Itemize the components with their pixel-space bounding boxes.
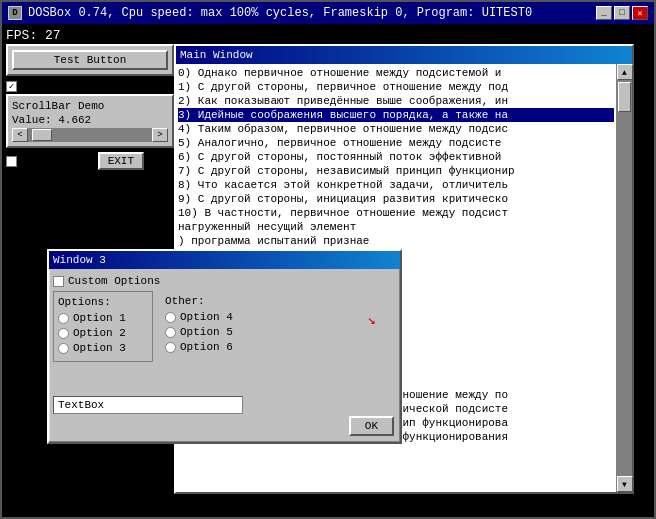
main-scrollbar-vertical[interactable]: ▲ ▼	[616, 64, 632, 492]
option2-row: Option 2	[58, 327, 148, 339]
fps-label: FPS:	[6, 28, 37, 43]
scroll-track-horizontal	[28, 128, 152, 142]
scrollbar-up-button[interactable]: ▲	[617, 64, 633, 80]
ok-btn-area: OK	[349, 416, 394, 436]
text-line: 7) С другой стороны, независимый принцип…	[178, 164, 614, 178]
option6-radio[interactable]	[165, 342, 176, 353]
option3-radio[interactable]	[58, 343, 69, 354]
scroll-left-button[interactable]: <	[12, 128, 28, 142]
scroll-right-button[interactable]: >	[152, 128, 168, 142]
test-button-area: Test Button	[6, 44, 174, 76]
scrollbar-demo-value: Value: 4.662	[12, 114, 168, 126]
exit-row: Exit Button EXIT	[6, 152, 174, 170]
scrollbar-track	[617, 80, 632, 476]
minimize-button[interactable]: _	[596, 6, 612, 20]
option4-radio[interactable]	[165, 312, 176, 323]
scroll-thumb-horizontal[interactable]	[32, 129, 52, 141]
exit-label: Exit Button	[21, 155, 94, 167]
main-window-title: Main Window	[180, 49, 253, 61]
dosbox-titlebar: D DOSBox 0.74, Cpu speed: max 100% cycle…	[2, 2, 654, 24]
text-line: 10) В частности, первичное отношение меж…	[178, 206, 614, 220]
dosbox-shell: D DOSBox 0.74, Cpu speed: max 100% cycle…	[0, 0, 656, 519]
exit-checkbox[interactable]	[6, 156, 17, 167]
option3-row: Option 3	[58, 342, 148, 354]
other-title: Other:	[165, 295, 257, 307]
text-line: 8) Что касается этой конкретной задачи, …	[178, 178, 614, 192]
option1-radio[interactable]	[58, 313, 69, 324]
fps-value: 27	[45, 28, 61, 43]
text-line: ) программа испытаний признае	[178, 234, 614, 248]
text-line: 5) Аналогично, первичное отношение между…	[178, 136, 614, 150]
left-panel: Test Button Window 3 visible ScrollBar D…	[6, 44, 174, 170]
dosbox-content: FPS: 27 Test Button Window 3 visible Scr…	[2, 24, 654, 517]
text-line: 3) Идейные соображения высшего порядка, …	[178, 108, 614, 122]
text-line: 9) С другой стороны, инициация развития …	[178, 192, 614, 206]
scrollbar-demo-title: ScrollBar Demo	[12, 100, 168, 112]
arrow-indicator: ↘	[368, 311, 376, 328]
exit-button[interactable]: EXIT	[98, 152, 144, 170]
fps-counter: FPS: 27	[6, 28, 61, 43]
test-button[interactable]: Test Button	[12, 50, 168, 70]
options-container: Options: Option 1 Option 2 Option 3	[53, 291, 396, 362]
options-panel: Options: Option 1 Option 2 Option 3	[53, 291, 153, 362]
option5-radio[interactable]	[165, 327, 176, 338]
option1-label: Option 1	[73, 312, 126, 324]
scrollbar-down-button[interactable]: ▼	[617, 476, 633, 492]
window3-visible-row: Window 3 visible	[6, 80, 174, 92]
options-title: Options:	[58, 296, 148, 308]
scrollbar-thumb[interactable]	[618, 82, 631, 112]
option6-label: Option 6	[180, 341, 233, 353]
scrollbar-demo: ScrollBar Demo Value: 4.662 < >	[6, 94, 174, 148]
text-line: 2) Как показывают приведённые выше сообр…	[178, 94, 614, 108]
custom-options-label: Custom Options	[68, 275, 160, 287]
text-line: 0) Однако первичное отношение между подс…	[178, 66, 614, 80]
dosbox-titlebar-left: D DOSBox 0.74, Cpu speed: max 100% cycle…	[8, 6, 532, 20]
custom-options-row: Custom Options	[53, 275, 396, 287]
maximize-button[interactable]: □	[614, 6, 630, 20]
dosbox-title: DOSBox 0.74, Cpu speed: max 100% cycles,…	[28, 6, 532, 20]
window3-title: Window 3	[53, 254, 106, 266]
text-line: 1) С другой стороны, первичное отношение…	[178, 80, 614, 94]
window3-visible-label: Window 3 visible	[21, 80, 127, 92]
window3-titlebar[interactable]: Window 3	[49, 251, 400, 269]
text-line: 4) Таким образом, первичное отношение ме…	[178, 122, 614, 136]
dosbox-controls: _ □ ✕	[596, 6, 648, 20]
textbox-area	[53, 396, 396, 414]
custom-options-checkbox[interactable]	[53, 276, 64, 287]
option5-row: Option 5	[165, 326, 257, 338]
text-line: нагруженный несущий элемент	[178, 220, 614, 234]
text-line: 6) С другой стороны, постоянный поток эф…	[178, 150, 614, 164]
window3-visible-checkbox[interactable]	[6, 81, 17, 92]
option5-label: Option 5	[180, 326, 233, 338]
option3-label: Option 3	[73, 342, 126, 354]
ok-button[interactable]: OK	[349, 416, 394, 436]
option2-label: Option 2	[73, 327, 126, 339]
scrollbar-demo-bar: < >	[12, 128, 168, 142]
window3-content: Custom Options ↘ Options: Option 1	[49, 269, 400, 442]
main-window-titlebar[interactable]: Main Window	[176, 46, 632, 64]
window3: Window 3 Custom Options ↘ Options:	[47, 249, 402, 444]
option6-row: Option 6	[165, 341, 257, 353]
other-panel: Other: Option 4 Option 5 Option 6	[161, 291, 261, 362]
option4-label: Option 4	[180, 311, 233, 323]
option2-radio[interactable]	[58, 328, 69, 339]
option4-row: Option 4	[165, 311, 257, 323]
textbox-input[interactable]	[53, 396, 243, 414]
dosbox-icon: D	[8, 6, 22, 20]
close-button[interactable]: ✕	[632, 6, 648, 20]
option1-row: Option 1	[58, 312, 148, 324]
